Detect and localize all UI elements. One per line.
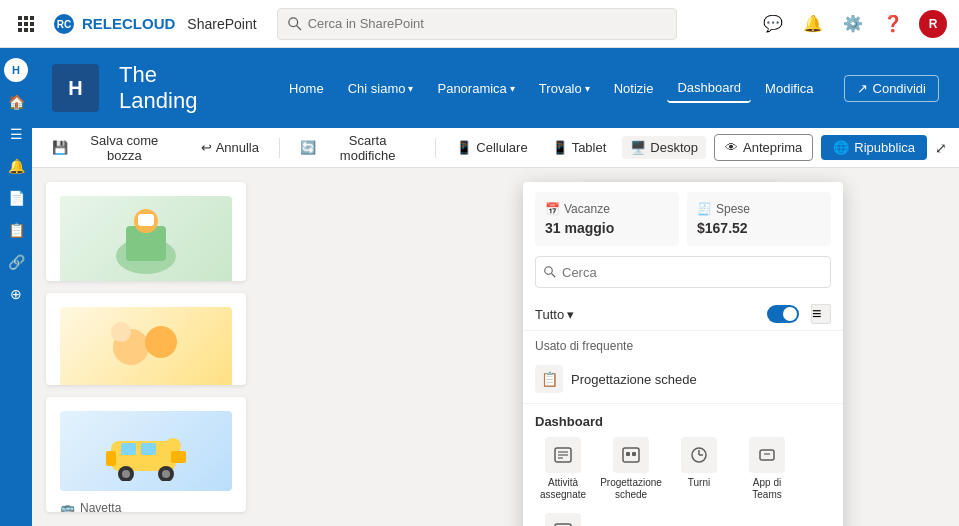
sidebar-add-icon[interactable]: ⊕ xyxy=(2,280,30,308)
bus-icon: 🚌 xyxy=(60,501,75,512)
svg-point-25 xyxy=(162,470,170,478)
republish-button[interactable]: 🌐 Ripubblica xyxy=(821,135,927,160)
sidebar-home2-icon[interactable]: 🏠 xyxy=(2,88,30,116)
desktop-view-button[interactable]: 🖥️ Desktop xyxy=(622,136,706,159)
dropdown-search[interactable] xyxy=(535,256,831,288)
planner2-icon xyxy=(613,437,649,473)
sidebar-doc-icon[interactable]: 📋 xyxy=(2,216,30,244)
publish-icon: 🌐 xyxy=(833,140,849,155)
separator2 xyxy=(435,138,436,158)
svg-point-19 xyxy=(111,322,131,342)
receipt-icon: 🧾 xyxy=(697,202,712,216)
svg-rect-26 xyxy=(121,443,136,455)
planner-icon: 📋 xyxy=(535,365,563,393)
nav-find[interactable]: Trovalo ▾ xyxy=(529,75,600,102)
share-button[interactable]: ↗ Condividi xyxy=(844,75,939,102)
topbar: RC RELECLOUD SharePoint 💬 🔔 ⚙️ ❓ R xyxy=(0,0,959,48)
main-content: 💙 Stato di Salute Completa prima di entr… xyxy=(32,168,959,526)
preview-icon: 👁 xyxy=(725,140,738,155)
health-card: 💙 Stato di Salute Completa prima di entr… xyxy=(46,182,246,281)
sidebar-list-icon[interactable]: ☰ xyxy=(2,120,30,148)
nav-news[interactable]: Notizie xyxy=(604,75,664,102)
tablet-view-button[interactable]: 📱 Tablet xyxy=(544,136,615,159)
dropdown-search-input[interactable] xyxy=(562,265,822,280)
toggle-switch[interactable] xyxy=(767,305,799,323)
svg-rect-29 xyxy=(171,451,186,463)
vacation-title: 📅 Vacanze xyxy=(545,202,669,216)
assigned-activities-item[interactable]: Attività assegnate xyxy=(535,437,591,501)
shifts-item[interactable]: Turni xyxy=(671,437,727,501)
search-input[interactable] xyxy=(308,16,666,31)
sidebar-bell-icon[interactable]: 🔔 xyxy=(2,152,30,180)
nav-home[interactable]: Home xyxy=(279,75,334,102)
freq-label-planner: Progettazione schede xyxy=(571,372,697,387)
svg-rect-37 xyxy=(626,452,630,456)
dashboard-icons-grid: Attività assegnate Progettazione schede xyxy=(535,437,831,526)
filter-all[interactable]: Tutto ▾ xyxy=(535,307,574,322)
svg-rect-16 xyxy=(138,214,154,226)
svg-rect-36 xyxy=(623,448,639,462)
site-nav: Home Chi siamo ▾ Panoramica ▾ Trovalo ▾ … xyxy=(279,74,824,103)
svg-rect-8 xyxy=(30,28,34,32)
svg-rect-2 xyxy=(30,16,34,20)
site-logo: H xyxy=(52,64,99,112)
preview-button[interactable]: 👁 Anteprima xyxy=(714,134,813,161)
site-title: The Landing xyxy=(119,62,239,114)
svg-text:RC: RC xyxy=(57,19,71,30)
svg-point-18 xyxy=(145,326,177,358)
nav-about[interactable]: Chi siamo ▾ xyxy=(338,75,424,102)
filter-chevron-icon: ▾ xyxy=(567,307,574,322)
kudos-image xyxy=(60,307,232,385)
svg-rect-7 xyxy=(24,28,28,32)
avatar[interactable]: R xyxy=(919,10,947,38)
svg-rect-38 xyxy=(632,452,636,456)
search-bar[interactable] xyxy=(277,8,677,40)
test-card-item[interactable]: Scheda di prova xyxy=(535,513,591,526)
dropdown-panel: 📅 Vacanze 31 maggio 🧾 Spese $167.52 xyxy=(523,182,843,526)
expenses-mini-card: 🧾 Spese $167.52 xyxy=(687,192,831,246)
bell-icon[interactable]: 🔔 xyxy=(799,10,827,38)
calendar-icon: 📅 xyxy=(545,202,560,216)
cancel-button[interactable]: ↩ Annulla xyxy=(193,136,267,159)
assigned-label: Attività assegnate xyxy=(535,477,591,501)
sidebar-link-icon[interactable]: 🔗 xyxy=(2,248,30,276)
nav-dashboard[interactable]: Dashboard xyxy=(667,74,751,103)
view-toggle[interactable]: ≡ xyxy=(811,304,831,324)
sidebar-page-icon[interactable]: 📄 xyxy=(2,184,30,212)
app-grid-icon[interactable] xyxy=(12,10,40,38)
product-name: SharePoint xyxy=(187,16,256,32)
shuttle-image xyxy=(60,411,232,491)
svg-rect-21 xyxy=(106,451,116,466)
svg-rect-3 xyxy=(18,22,22,26)
planner-item[interactable]: Progettazione schede xyxy=(603,437,659,501)
svg-point-30 xyxy=(545,267,553,275)
mobile-view-button[interactable]: 📱 Cellulare xyxy=(448,136,535,159)
tablet-icon: 📱 xyxy=(552,140,568,155)
planner-label: Progettazione schede xyxy=(600,477,662,501)
svg-rect-5 xyxy=(30,22,34,26)
nav-overview[interactable]: Panoramica ▾ xyxy=(427,75,524,102)
svg-rect-0 xyxy=(18,16,22,20)
toolbar-right-actions: 👁 Anteprima 🌐 Ripubblica ⤢ xyxy=(714,134,947,161)
shuttle-category: 🚌 Navetta xyxy=(60,501,232,512)
teams-label: App di Teams xyxy=(739,477,795,501)
teams-app-item[interactable]: App di Teams xyxy=(739,437,795,501)
chevron-down-icon3: ▾ xyxy=(585,83,590,94)
expand-icon[interactable]: ⤢ xyxy=(935,140,947,156)
frequent-item-planner[interactable]: 📋 Progettazione schede xyxy=(535,359,831,399)
comment-icon[interactable]: 💬 xyxy=(759,10,787,38)
topbar-right: 💬 🔔 ⚙️ ❓ R xyxy=(759,10,947,38)
svg-rect-4 xyxy=(24,22,28,26)
settings-icon[interactable]: ⚙️ xyxy=(839,10,867,38)
dashboard-section-title: Dashboard xyxy=(535,408,831,429)
svg-rect-6 xyxy=(18,28,22,32)
toolbar: 💾 Salva come bozza ↩ Annulla 🔄 Scarta mo… xyxy=(32,128,959,168)
nav-edit[interactable]: Modifica xyxy=(755,75,823,102)
sidebar-home-icon[interactable]: H xyxy=(2,56,30,84)
svg-line-12 xyxy=(296,25,300,29)
left-sidebar: H 🏠 ☰ 🔔 📄 📋 🔗 ⊕ xyxy=(0,48,32,526)
save-draft-button[interactable]: 💾 Salva come bozza xyxy=(44,129,185,167)
discard-button[interactable]: 🔄 Scarta modifiche xyxy=(292,129,423,167)
chevron-down-icon2: ▾ xyxy=(510,83,515,94)
help-icon[interactable]: ❓ xyxy=(879,10,907,38)
